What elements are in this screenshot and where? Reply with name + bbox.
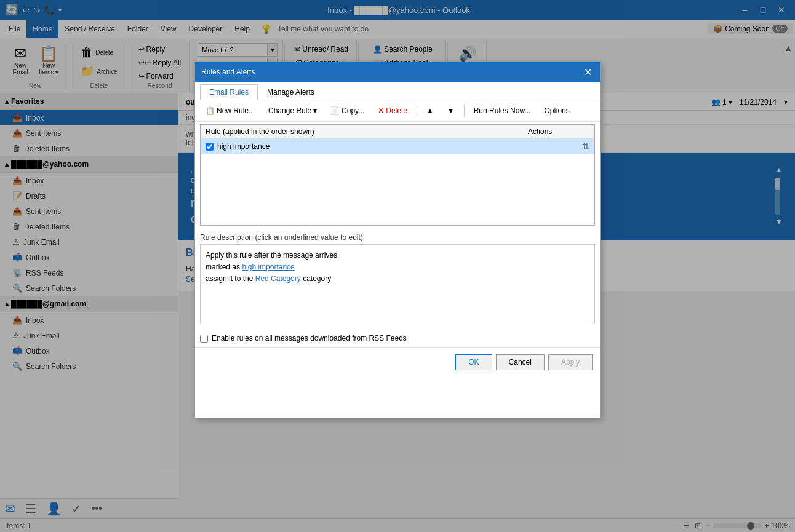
cancel-button[interactable]: Cancel: [496, 354, 545, 370]
new-rule-icon: 📋: [206, 106, 215, 115]
move-down-button[interactable]: ▼: [442, 104, 460, 117]
tab-email-rules[interactable]: Email Rules: [200, 84, 258, 100]
marked-as-text: marked as: [206, 263, 240, 271]
change-rule-arrow: ▾: [313, 106, 317, 115]
change-rule-label: Change Rule: [268, 106, 311, 115]
desc-box: Apply this rule after the message arrive…: [200, 244, 595, 324]
dialog-titlebar: Rules and Alerts ✕: [195, 62, 600, 82]
rules-table: Rule (applied in the order shown) Action…: [200, 124, 595, 226]
desc-line3: assign it to the Red Category category: [206, 273, 589, 285]
dialog-tabs: Email Rules Manage Alerts: [195, 82, 600, 100]
copy-button[interactable]: 📄 Copy...: [325, 104, 370, 117]
delete-rule-label: Delete: [386, 106, 407, 115]
rule-name-0: high importance: [217, 142, 582, 151]
options-button[interactable]: Options: [538, 104, 575, 117]
col1-header: Rule (applied in the order shown): [206, 127, 528, 136]
rules-table-header: Rule (applied in the order shown) Action…: [201, 125, 594, 139]
run-rules-button[interactable]: Run Rules Now...: [468, 104, 537, 117]
desc-label: Rule description (click an underlined va…: [200, 233, 595, 242]
copy-icon: 📄: [330, 106, 340, 115]
description-section: Rule description (click an underlined va…: [200, 233, 595, 324]
new-rule-button[interactable]: 📋 New Rule...: [200, 104, 260, 117]
toolbar-sep2: [464, 105, 465, 117]
category-text: category: [303, 274, 331, 283]
rules-table-body: high importance ⇅: [201, 139, 594, 225]
copy-label: Copy...: [342, 106, 364, 115]
toolbar-sep: [417, 105, 417, 117]
run-rules-label: Run Rules Now...: [474, 106, 531, 115]
dialog-title: Rules and Alerts: [201, 68, 255, 76]
desc-line1: Apply this rule after the message arrive…: [206, 250, 589, 261]
tab-manage-alerts[interactable]: Manage Alerts: [258, 84, 324, 100]
col2-header: Actions: [528, 127, 589, 136]
rules-and-alerts-dialog: Rules and Alerts ✕ Email Rules Manage Al…: [194, 62, 601, 418]
assign-text: assign it to the: [206, 274, 253, 283]
dialog-close-button[interactable]: ✕: [581, 66, 594, 78]
dialog-overlay: Rules and Alerts ✕ Email Rules Manage Al…: [0, 0, 795, 532]
rule-row-0[interactable]: high importance ⇅: [201, 139, 594, 154]
dialog-toolbar: 📋 New Rule... Change Rule ▾ 📄 Copy... ✕ …: [195, 100, 600, 122]
move-down-icon: ▼: [447, 106, 455, 115]
delete-rule-icon: ✕: [378, 106, 384, 115]
change-rule-button[interactable]: Change Rule ▾: [263, 104, 322, 117]
options-label: Options: [544, 106, 569, 115]
rss-checkbox[interactable]: [200, 335, 208, 343]
move-up-icon: ▲: [426, 106, 434, 115]
high-importance-link[interactable]: high importance: [242, 263, 294, 271]
rss-checkbox-label: Enable rules on all messages downloaded …: [212, 334, 407, 343]
dialog-footer: OK Cancel Apply: [195, 347, 600, 376]
rule-checkbox-0[interactable]: [206, 143, 214, 151]
move-up-button[interactable]: ▲: [421, 104, 439, 117]
rss-checkbox-row: Enable rules on all messages downloaded …: [200, 334, 595, 343]
apply-button[interactable]: Apply: [548, 354, 593, 370]
dialog-body: Email Rules Manage Alerts 📋 New Rule... …: [195, 82, 600, 418]
new-rule-label: New Rule...: [217, 106, 255, 115]
red-category-link[interactable]: Red Category: [255, 274, 301, 283]
delete-rule-button[interactable]: ✕ Delete: [372, 104, 413, 117]
ok-button[interactable]: OK: [455, 354, 492, 370]
rule-sort-icons: ⇅: [582, 141, 589, 151]
desc-line2: marked as high importance: [206, 261, 589, 273]
